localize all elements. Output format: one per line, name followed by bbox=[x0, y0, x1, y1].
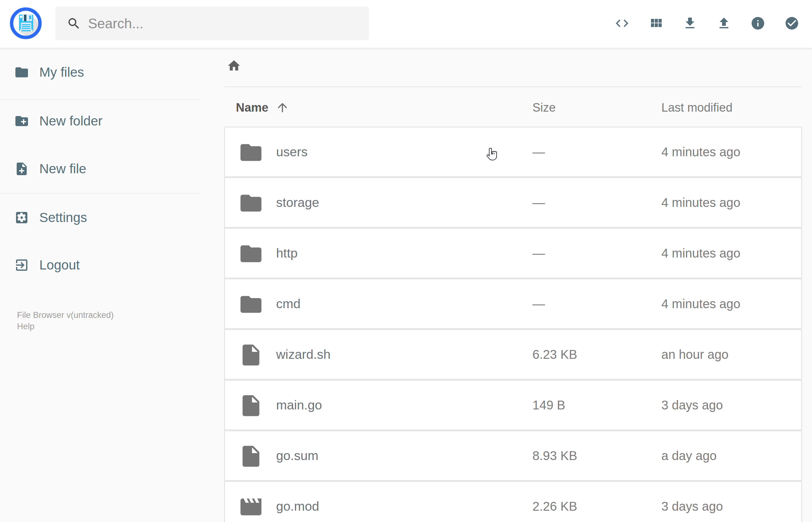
file-size: — bbox=[532, 178, 545, 227]
file-size: — bbox=[532, 127, 545, 176]
file-size: 6.23 KB bbox=[532, 330, 577, 379]
table-row[interactable]: storage — 4 minutes ago bbox=[224, 177, 802, 228]
file-modified: 3 days ago bbox=[662, 482, 723, 522]
folder-icon bbox=[238, 241, 264, 266]
file-list: users — 4 minutes ago storage — 4 minute… bbox=[224, 127, 802, 522]
file-name: main.go bbox=[276, 381, 322, 429]
file-size: — bbox=[532, 228, 545, 278]
sort-ascending-icon bbox=[276, 101, 289, 115]
file-name: http bbox=[276, 228, 298, 278]
sidebar-item-new-folder[interactable]: New folder bbox=[0, 105, 199, 137]
help-link[interactable]: Help bbox=[17, 321, 35, 332]
download-button[interactable] bbox=[683, 16, 697, 31]
table-row[interactable]: wizard.sh 6.23 KB an hour ago bbox=[224, 329, 802, 380]
new-folder-icon bbox=[14, 114, 29, 128]
breadcrumb-divider bbox=[224, 86, 802, 87]
sidebar: My files New folder New file Settings Lo… bbox=[0, 48, 199, 522]
table-row[interactable]: go.sum 8.93 KB a day ago bbox=[224, 430, 802, 481]
info-button[interactable] bbox=[750, 16, 766, 31]
app-version-text: File Browser v(untracked) bbox=[17, 309, 187, 321]
file-listing-area: Name Size Last modified users — 4 minute… bbox=[199, 48, 812, 522]
file-name: go.mod bbox=[276, 482, 319, 522]
code-view-button[interactable] bbox=[614, 16, 630, 31]
folder-icon bbox=[238, 292, 264, 317]
header-toolbar bbox=[614, 16, 799, 31]
file-modified: an hour ago bbox=[662, 330, 729, 379]
sidebar-item-label: My files bbox=[39, 65, 84, 80]
folder-icon bbox=[238, 190, 264, 216]
select-multiple-button[interactable] bbox=[784, 16, 799, 31]
file-modified: 4 minutes ago bbox=[662, 228, 740, 278]
file-modified: 4 minutes ago bbox=[662, 127, 740, 176]
search-input[interactable] bbox=[88, 16, 356, 32]
column-header-size[interactable]: Size bbox=[532, 97, 556, 119]
file-modified: 4 minutes ago bbox=[662, 178, 740, 227]
app-header bbox=[0, 0, 812, 48]
upload-button[interactable] bbox=[716, 16, 731, 31]
file-size: 2.26 KB bbox=[532, 482, 577, 522]
file-name: cmd bbox=[276, 279, 300, 328]
listing-header: Name Size Last modified bbox=[224, 97, 802, 119]
sidebar-item-my-files[interactable]: My files bbox=[0, 57, 199, 88]
breadcrumb-home-button[interactable] bbox=[227, 59, 241, 73]
file-name: go.sum bbox=[276, 431, 318, 480]
table-row[interactable]: go.mod 2.26 KB 3 days ago bbox=[224, 481, 802, 522]
folder-icon bbox=[14, 65, 29, 80]
column-header-modified[interactable]: Last modified bbox=[662, 97, 732, 119]
sidebar-footer: File Browser v(untracked) Help bbox=[17, 309, 187, 332]
home-icon bbox=[227, 59, 241, 73]
sidebar-item-logout[interactable]: Logout bbox=[0, 249, 199, 281]
file-modified: 3 days ago bbox=[662, 381, 723, 429]
logout-icon bbox=[14, 258, 29, 273]
file-icon bbox=[238, 342, 264, 367]
sidebar-divider bbox=[0, 193, 199, 194]
table-row[interactable]: users — 4 minutes ago bbox=[224, 127, 802, 177]
sidebar-item-settings[interactable]: Settings bbox=[0, 202, 199, 233]
new-file-icon bbox=[14, 161, 29, 176]
column-header-name[interactable]: Name bbox=[236, 97, 289, 119]
file-size: 149 B bbox=[532, 381, 565, 429]
file-name: storage bbox=[276, 178, 319, 227]
file-size: 8.93 KB bbox=[532, 431, 577, 480]
table-row[interactable]: main.go 149 B 3 days ago bbox=[224, 380, 802, 430]
file-modified: 4 minutes ago bbox=[662, 279, 740, 328]
file-icon bbox=[238, 393, 264, 418]
sidebar-item-new-file[interactable]: New file bbox=[0, 153, 199, 185]
sidebar-item-label: Logout bbox=[39, 258, 80, 273]
file-name: users bbox=[276, 127, 308, 176]
file-modified: a day ago bbox=[662, 431, 717, 480]
table-row[interactable]: http — 4 minutes ago bbox=[224, 228, 802, 278]
filebrowser-logo-icon[interactable] bbox=[10, 7, 42, 39]
file-icon bbox=[238, 444, 264, 469]
folder-icon bbox=[238, 140, 264, 165]
file-size: — bbox=[532, 279, 545, 328]
grid-view-button[interactable] bbox=[648, 16, 664, 31]
sidebar-item-label: New folder bbox=[39, 114, 103, 128]
sidebar-item-label: Settings bbox=[39, 210, 87, 225]
search-icon bbox=[67, 16, 81, 31]
sidebar-item-label: New file bbox=[39, 161, 86, 176]
settings-icon bbox=[14, 210, 29, 225]
search-bar[interactable] bbox=[55, 6, 369, 40]
sidebar-divider bbox=[0, 99, 199, 100]
movie-icon bbox=[238, 494, 264, 520]
file-name: wizard.sh bbox=[276, 330, 330, 379]
table-row[interactable]: cmd — 4 minutes ago bbox=[224, 279, 802, 329]
